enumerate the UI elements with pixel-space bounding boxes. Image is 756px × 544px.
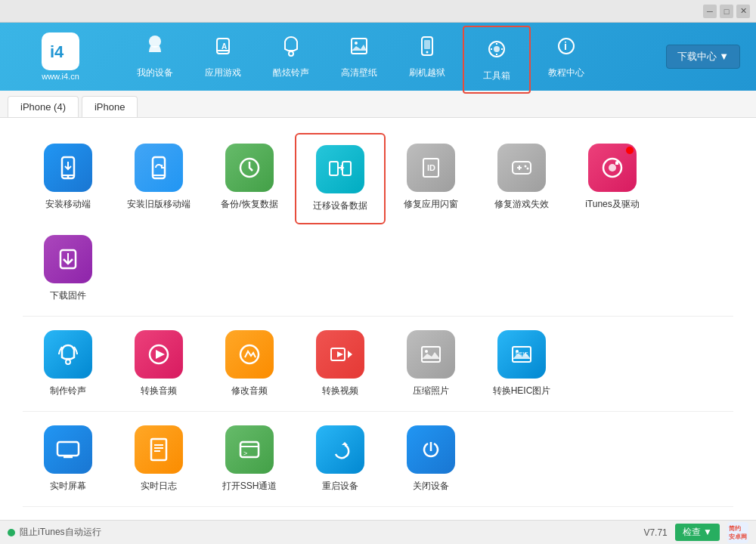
nav-item-app-games[interactable]: A应用游戏: [189, 23, 257, 91]
row-divider-0: [23, 316, 733, 317]
shutdown-device-label: 关闭设备: [413, 480, 449, 493]
download-firmware-label: 下载固件: [50, 289, 86, 302]
make-ringtone-label: 制作铃声: [50, 385, 86, 397]
row-divider-2: [23, 506, 733, 507]
row-divider-1: [23, 411, 733, 412]
svg-marker-41: [156, 350, 165, 359]
tab-iphone4[interactable]: iPhone (4): [8, 96, 79, 117]
ringtones-icon: [279, 34, 303, 63]
tool-item-download-firmware[interactable]: 下载固件: [23, 224, 113, 313]
nav-item-ringtones[interactable]: 酷炫铃声: [257, 23, 325, 91]
install-app-icon-wrap: [44, 144, 92, 192]
tool-item-install-app[interactable]: 安装移动端: [23, 133, 113, 224]
live-screen-icon-wrap: [44, 425, 92, 474]
reboot-device-icon-wrap: [316, 425, 364, 474]
tool-item-itunes-driver[interactable]: iTunes及驱动: [567, 133, 658, 224]
svg-rect-51: [57, 442, 79, 456]
tool-item-convert-audio[interactable]: 转换音频: [113, 320, 204, 408]
tool-item-convert-heic[interactable]: HEIC转换HEIC图片: [476, 320, 567, 408]
tab-iphone[interactable]: iPhone: [82, 96, 138, 117]
status-text: 阻止iTunes自动运行: [20, 526, 101, 539]
svg-marker-61: [342, 442, 348, 445]
live-screen-label: 实时屏幕: [50, 480, 86, 493]
tool-item-organize-desktop[interactable]: 整理设备桌面: [113, 510, 204, 520]
tab-bar: iPhone (4)iPhone: [0, 91, 756, 118]
tool-item-block-ios-update[interactable]: 屏蔽iOS更新: [23, 510, 113, 520]
tool-item-make-ringtone[interactable]: 制作铃声: [23, 320, 113, 408]
tool-row-0: 安装移动端安装旧版移动端备份/恢复数据迁移设备数据ID修复应用闪窗修复游戏失效i…: [23, 133, 733, 313]
toolbox-label: 工具箱: [483, 70, 510, 82]
maximize-button[interactable]: □: [720, 5, 733, 18]
version-text: V7.71: [643, 527, 667, 538]
tool-item-ssh-tunnel[interactable]: >_打开SSH通道: [204, 415, 295, 503]
convert-video-label: 转换视频: [322, 385, 358, 397]
compress-photo-label: 压缩照片: [413, 385, 449, 397]
svg-rect-9: [424, 40, 430, 49]
nav-item-toolbox[interactable]: 工具箱: [463, 26, 531, 94]
edit-audio-label: 修改音频: [231, 385, 268, 397]
convert-video-icon-wrap: [316, 330, 364, 379]
tool-item-recovery-mode[interactable]: 进入恢复模式: [476, 510, 567, 520]
edit-audio-icon-wrap: [225, 330, 274, 379]
tool-item-backup-restore[interactable]: 备份/恢复数据: [204, 133, 295, 224]
nav-item-jailbreak[interactable]: 刷机越狱: [393, 23, 461, 91]
close-button[interactable]: ✕: [736, 5, 750, 18]
check-button[interactable]: 检查 ▼: [675, 524, 720, 541]
tool-item-fix-app[interactable]: ID修复应用闪窗: [386, 133, 476, 224]
tool-item-erase-all[interactable]: 抹除所有数据: [386, 510, 476, 520]
svg-point-47: [425, 350, 428, 353]
nav-item-tutorials[interactable]: i教程中心: [532, 23, 600, 91]
convert-heic-label: 转换HEIC图片: [493, 385, 551, 397]
partner-logo: 简约安卓网: [727, 522, 748, 543]
tool-item-convert-video[interactable]: 转换视频: [295, 320, 386, 408]
app-games-icon: A: [211, 34, 235, 63]
svg-marker-44: [348, 351, 352, 358]
main-content: 安装移动端安装旧版移动端备份/恢复数据迁移设备数据ID修复应用闪窗修复游戏失效i…: [0, 118, 756, 520]
tool-item-reboot-device[interactable]: 重启设备: [295, 415, 386, 503]
nav-item-my-device[interactable]: 我的设备: [121, 23, 189, 91]
fix-app-icon-wrap: ID: [407, 144, 455, 192]
live-log-label: 实时日志: [141, 480, 177, 493]
svg-point-39: [66, 360, 70, 364]
tool-item-delete-stubborn[interactable]: 删除顽固图标: [295, 510, 386, 520]
svg-point-10: [426, 51, 429, 54]
nav-item-wallpapers[interactable]: 高清壁纸: [325, 23, 393, 91]
title-bar: ─ □ ✕: [0, 0, 756, 23]
tool-item-live-screen[interactable]: 实时屏幕: [23, 415, 113, 503]
backup-restore-icon-wrap: [225, 144, 274, 192]
tool-row-2: 实时屏幕实时日志>_打开SSH通道重启设备关闭设备: [23, 415, 733, 503]
wallpapers-label: 高清壁纸: [341, 66, 377, 79]
tool-item-live-log[interactable]: 实时日志: [113, 415, 204, 503]
status-left: 阻止iTunes自动运行: [8, 526, 101, 539]
minimize-button[interactable]: ─: [703, 5, 717, 18]
tool-item-edit-audio[interactable]: 修改音频: [204, 320, 295, 408]
tool-item-migrate-data[interactable]: 迁移设备数据: [295, 133, 386, 224]
svg-point-5: [289, 51, 293, 56]
tool-item-install-old[interactable]: 安装旧版移动端: [113, 133, 204, 224]
convert-audio-label: 转换音频: [141, 385, 177, 397]
svg-point-7: [355, 42, 358, 45]
jailbreak-icon: [415, 34, 439, 63]
tool-item-clean-junk[interactable]: 清理设备垃圾: [567, 510, 658, 520]
compress-photo-icon-wrap: [407, 330, 455, 379]
tool-item-device-features[interactable]: 设备功能开关: [204, 510, 295, 520]
logo-url: www.i4.cn: [42, 72, 79, 81]
status-right: V7.71 检查 ▼ 简约安卓网: [643, 522, 748, 543]
svg-point-21: [67, 176, 70, 178]
tool-item-shutdown-device[interactable]: 关闭设备: [386, 415, 476, 503]
my-device-icon: [143, 34, 167, 63]
svg-point-33: [525, 165, 527, 168]
jailbreak-label: 刷机越狱: [409, 66, 445, 79]
tool-row-1: 制作铃声转换音频修改音频转换视频压缩照片HEIC转换HEIC图片: [23, 320, 733, 408]
itunes-driver-badge: [626, 147, 634, 154]
ringtones-label: 酷炫铃声: [273, 66, 309, 79]
nav-items: 我的设备A应用游戏酷炫铃声高清壁纸刷机越狱工具箱i教程中心: [121, 23, 650, 91]
tool-item-compress-photo[interactable]: 压缩照片: [386, 320, 476, 408]
reboot-device-label: 重启设备: [322, 480, 358, 493]
svg-point-16: [494, 46, 500, 52]
download-center-button[interactable]: 下载中心 ▼: [666, 45, 740, 69]
svg-text:i4: i4: [50, 42, 64, 61]
tool-item-fix-game[interactable]: 修复游戏失效: [476, 133, 567, 224]
svg-text:HEIC: HEIC: [516, 351, 528, 357]
svg-point-1: [149, 36, 161, 48]
